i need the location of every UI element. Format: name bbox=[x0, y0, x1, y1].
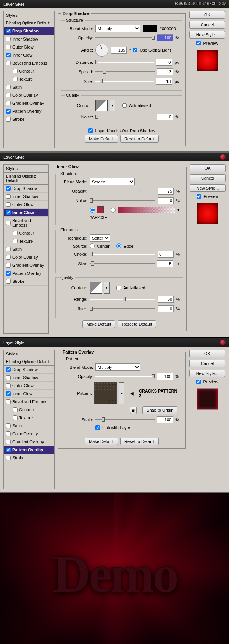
blending-options[interactable]: Blending Options: Default bbox=[4, 173, 48, 185]
style-item-stroke[interactable]: Stroke bbox=[4, 454, 54, 462]
reset-default-button[interactable]: Reset to Default bbox=[118, 320, 156, 328]
style-item-outer-glow[interactable]: Outer Glow bbox=[4, 43, 54, 51]
cancel-button[interactable]: Cancel bbox=[189, 360, 225, 367]
angle-input[interactable] bbox=[111, 47, 127, 54]
pattern-dropdown-icon[interactable]: ▾ bbox=[119, 382, 124, 404]
jitter-input[interactable] bbox=[158, 305, 174, 312]
style-item-inner-shadow[interactable]: Inner Shadow bbox=[4, 193, 48, 201]
size-input[interactable] bbox=[157, 260, 173, 267]
title-bar[interactable]: Layer Style bbox=[0, 338, 229, 347]
blend-mode-select[interactable]: Multiply bbox=[95, 363, 140, 371]
opacity-input[interactable] bbox=[157, 373, 173, 380]
choke-slider[interactable] bbox=[90, 250, 155, 258]
new-style-button[interactable]: New Style... bbox=[190, 184, 226, 192]
style-item-contour[interactable]: Contour bbox=[4, 229, 48, 237]
scale-slider[interactable] bbox=[95, 416, 155, 423]
noise-slider[interactable] bbox=[95, 113, 155, 121]
style-item-color-overlay[interactable]: Color Overlay bbox=[4, 430, 54, 438]
style-item-bevel[interactable]: Bevel and Emboss bbox=[4, 59, 54, 67]
reset-default-button[interactable]: Reset to Default bbox=[120, 135, 159, 143]
noise-slider[interactable] bbox=[90, 197, 155, 204]
gradient-radio[interactable] bbox=[111, 208, 116, 213]
color-swatch[interactable] bbox=[97, 206, 104, 213]
opacity-input[interactable] bbox=[158, 188, 174, 195]
style-item-contour[interactable]: Contour bbox=[4, 406, 54, 414]
style-item-satin[interactable]: Satin bbox=[4, 83, 54, 91]
blend-mode-select[interactable]: Multiply bbox=[95, 25, 140, 32]
scale-input[interactable] bbox=[157, 416, 173, 423]
noise-input[interactable] bbox=[158, 197, 174, 204]
opacity-slider[interactable] bbox=[95, 34, 155, 42]
link-with-layer-checkbox[interactable] bbox=[95, 425, 100, 430]
color-radio[interactable] bbox=[90, 208, 95, 213]
ok-button[interactable]: OK bbox=[189, 350, 225, 357]
style-item-contour[interactable]: Contour bbox=[4, 67, 54, 75]
style-item-gradient-overlay[interactable]: Gradient Overlay bbox=[4, 261, 48, 269]
preview-checkbox[interactable] bbox=[196, 380, 201, 384]
opacity-slider[interactable] bbox=[95, 373, 155, 380]
dropdown-icon[interactable]: ▾ bbox=[177, 208, 180, 213]
checkbox[interactable] bbox=[6, 93, 11, 97]
style-item-color-overlay[interactable]: Color Overlay bbox=[4, 91, 54, 99]
contour-swatch[interactable] bbox=[90, 282, 102, 294]
styles-header[interactable]: Styles bbox=[4, 350, 54, 358]
style-item-stroke[interactable]: Stroke bbox=[4, 115, 54, 123]
cancel-button[interactable]: Cancel bbox=[190, 174, 226, 182]
style-item-inner-glow[interactable]: Inner Glow bbox=[4, 51, 54, 59]
gradient-swatch[interactable] bbox=[118, 207, 175, 213]
close-icon[interactable] bbox=[220, 340, 226, 345]
new-style-button[interactable]: New Style... bbox=[189, 31, 225, 39]
close-icon[interactable] bbox=[220, 154, 226, 160]
style-item-gradient-overlay[interactable]: Gradient Overlay bbox=[4, 438, 54, 446]
style-item-texture[interactable]: Texture bbox=[4, 414, 54, 422]
ok-button[interactable]: OK bbox=[189, 11, 225, 19]
make-default-button[interactable]: Make Default bbox=[85, 135, 118, 143]
cancel-button[interactable]: Cancel bbox=[189, 21, 225, 29]
opacity-slider[interactable] bbox=[90, 187, 155, 195]
angle-dial[interactable] bbox=[95, 44, 108, 57]
distance-input[interactable] bbox=[156, 59, 172, 66]
title-bar[interactable]: Layer Style bbox=[0, 153, 229, 161]
checkbox[interactable] bbox=[6, 85, 11, 89]
style-item-drop-shadow[interactable]: Drop Shadow bbox=[4, 185, 48, 193]
jitter-slider[interactable] bbox=[90, 305, 155, 313]
color-swatch[interactable] bbox=[143, 25, 157, 32]
styles-header[interactable]: Styles bbox=[4, 165, 48, 173]
checkbox[interactable] bbox=[13, 77, 18, 81]
knocks-out-checkbox[interactable] bbox=[88, 128, 93, 133]
style-item-texture[interactable]: Texture bbox=[4, 75, 54, 83]
style-item-inner-glow[interactable]: Inner Glow bbox=[4, 209, 48, 217]
make-default-button[interactable]: Make Default bbox=[82, 320, 116, 328]
checkbox[interactable] bbox=[6, 109, 11, 114]
anti-aliased-checkbox[interactable] bbox=[122, 103, 127, 108]
style-item-color-overlay[interactable]: Color Overlay bbox=[4, 253, 48, 261]
style-item-inner-shadow[interactable]: Inner Shadow bbox=[4, 374, 54, 382]
style-item-pattern-overlay[interactable]: Pattern Overlay bbox=[4, 446, 54, 454]
style-item-drop-shadow[interactable]: Drop Shadow bbox=[4, 27, 54, 35]
snap-to-origin-button[interactable]: Snap to Origin bbox=[142, 406, 177, 414]
choke-input[interactable] bbox=[158, 251, 174, 258]
new-style-button[interactable]: New Style... bbox=[189, 370, 225, 377]
checkbox[interactable] bbox=[6, 101, 11, 105]
distance-slider[interactable] bbox=[95, 58, 154, 66]
style-item-gradient-overlay[interactable]: Gradient Overlay bbox=[4, 99, 54, 107]
blend-mode-select[interactable]: Screen bbox=[90, 178, 135, 185]
style-item-pattern-overlay[interactable]: Pattern Overlay bbox=[4, 107, 54, 115]
range-input[interactable] bbox=[158, 296, 174, 303]
checkbox[interactable] bbox=[6, 29, 11, 33]
style-item-stroke[interactable]: Stroke bbox=[4, 277, 48, 286]
contour-dropdown-icon[interactable]: ▾ bbox=[104, 282, 110, 294]
spread-input[interactable] bbox=[157, 68, 173, 75]
style-item-drop-shadow[interactable]: Drop Shadow bbox=[4, 366, 54, 374]
checkbox[interactable] bbox=[6, 61, 11, 65]
anti-aliased-checkbox[interactable] bbox=[116, 286, 121, 290]
checkbox[interactable] bbox=[13, 69, 18, 73]
preview-checkbox[interactable] bbox=[196, 41, 201, 45]
pattern-swatch[interactable] bbox=[94, 382, 117, 404]
spread-slider[interactable] bbox=[95, 68, 155, 76]
style-item-inner-shadow[interactable]: Inner Shadow bbox=[4, 35, 54, 43]
checkbox[interactable] bbox=[6, 45, 11, 49]
checkbox[interactable] bbox=[6, 37, 11, 41]
new-preset-icon[interactable]: ▣ bbox=[130, 407, 137, 414]
size-slider[interactable] bbox=[90, 260, 155, 268]
